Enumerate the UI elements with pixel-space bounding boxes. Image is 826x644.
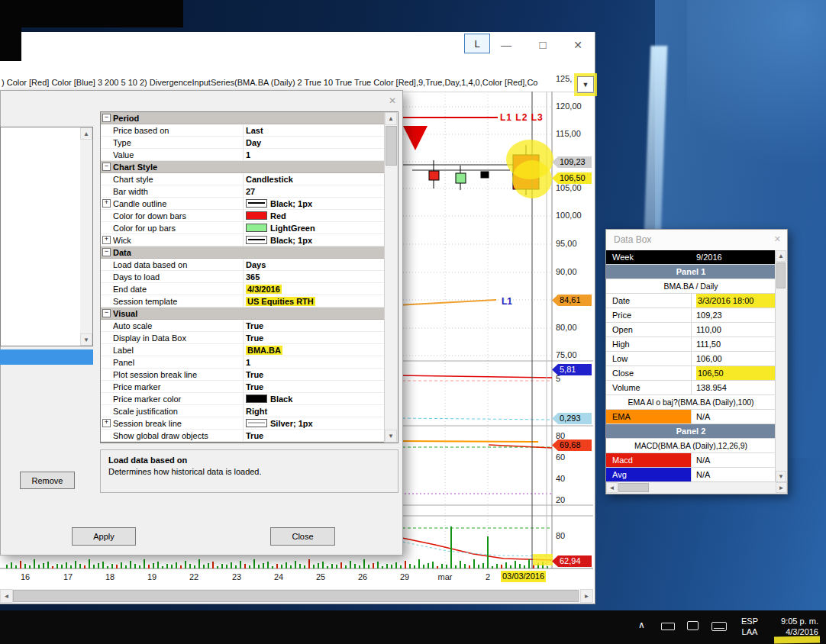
databox-row: EMAN/A — [606, 410, 776, 424]
red-flag-drawing[interactable] — [403, 126, 428, 150]
property-row[interactable]: Days to load365 — [101, 271, 386, 283]
property-category-row[interactable]: −Visual — [101, 308, 386, 320]
property-row[interactable]: Session templateUS Equities RTH — [101, 295, 386, 308]
property-name: Color for up bars — [113, 224, 243, 233]
databox-label: Date — [606, 294, 692, 308]
property-row[interactable]: TypeDay — [101, 137, 386, 149]
property-row[interactable]: Price markerTrue — [101, 381, 386, 393]
expand-icon[interactable]: + — [102, 419, 111, 427]
databox-vscroll-thumb[interactable] — [776, 262, 786, 288]
keyboard-icon[interactable] — [711, 622, 727, 631]
expand-icon[interactable]: + — [102, 236, 111, 244]
property-name: Session template — [113, 297, 243, 306]
clock[interactable]: 9:05 p. m. 4/3/2016 — [781, 616, 818, 637]
scroll-down-icon[interactable]: ▼ — [80, 333, 92, 346]
grid-scrollbar[interactable]: ▲ ▼ — [384, 112, 398, 443]
databox-label: Volume — [606, 381, 692, 394]
databox-titlebar[interactable]: Data Box ✕ — [606, 230, 787, 251]
property-row[interactable]: Scale justificationRight — [101, 405, 386, 417]
notification-bubble-icon[interactable] — [687, 621, 699, 630]
tray-chevron-up-icon[interactable]: ∧ — [638, 620, 645, 630]
property-row[interactable]: Price marker colorBlack — [101, 393, 386, 405]
listbox-scrollbar[interactable]: ▲ ▼ — [80, 127, 92, 346]
property-grid-rows: −PeriodPrice based onLastTypeDayValue1−C… — [101, 112, 386, 442]
databox-label: EMA — [606, 410, 692, 423]
property-name: Color for down bars — [113, 211, 243, 221]
property-row[interactable]: LabelBMA.BA — [101, 344, 386, 356]
property-row[interactable]: Plot session break lineTrue — [101, 369, 386, 381]
property-row[interactable]: Show global draw objectsTrue — [101, 430, 386, 442]
category-label: Chart Style — [113, 163, 157, 172]
collapse-icon[interactable]: − — [102, 309, 111, 317]
databox-row: Price109,23 — [606, 308, 776, 323]
property-category-row[interactable]: −Period — [101, 112, 386, 124]
property-row[interactable]: Value1 — [101, 149, 386, 161]
grid-scroll-thumb[interactable] — [386, 126, 397, 166]
property-category-row[interactable]: −Chart Style — [101, 161, 386, 173]
databox-row: Open110,00 — [606, 323, 776, 337]
scroll-left-icon[interactable]: ◄ — [606, 482, 618, 493]
property-value: Right — [246, 407, 267, 416]
databox-value-text: N/A — [696, 410, 776, 423]
chart-hscrollbar[interactable]: ◄ ► — [0, 589, 593, 603]
property-value-cell: Last — [243, 124, 386, 136]
property-row[interactable]: Load data based onDays — [101, 259, 386, 271]
price-markers: 109,23106,5084,615,810,29369,6862,94 — [552, 32, 595, 604]
dialog-close-icon[interactable]: ✕ — [389, 95, 396, 106]
property-row[interactable]: Color for up barsLightGreen — [101, 222, 386, 234]
databox-value-text: 106,00 — [696, 352, 776, 365]
l1-level-line — [397, 300, 496, 305]
scroll-right-icon[interactable]: ► — [776, 482, 787, 493]
expand-icon[interactable]: + — [102, 199, 111, 208]
property-category-row[interactable]: −Data — [101, 246, 386, 259]
property-row[interactable]: End date4/3/2016 — [101, 283, 386, 295]
databox-value: 3/3/2016 18:00 — [692, 294, 776, 308]
databox-hscroll-thumb[interactable] — [618, 483, 649, 492]
scroll-up-icon[interactable]: ▲ — [776, 250, 786, 262]
property-row[interactable]: Auto scaleTrue — [101, 320, 386, 332]
l1-label: L1 — [502, 296, 512, 307]
battery-icon[interactable] — [661, 623, 675, 630]
remove-button[interactable]: Remove — [20, 472, 75, 489]
dialog-close-button[interactable]: Close — [270, 527, 335, 546]
series-listbox[interactable]: ▲ ▼ — [0, 127, 93, 346]
databox-value-text: N/A — [696, 468, 776, 481]
databox-value-text: 106,50 — [696, 366, 776, 380]
property-row[interactable]: Price based onLast — [101, 124, 386, 137]
property-row[interactable]: +Candle outlineBlack; 1px — [101, 198, 386, 210]
property-row[interactable]: Display in Data BoxTrue — [101, 332, 386, 344]
databox-vscrollbar[interactable]: ▲ ▼ — [775, 250, 787, 482]
selected-series-item[interactable] — [0, 349, 93, 365]
scroll-down-icon[interactable]: ▼ — [776, 471, 786, 482]
scroll-up-icon[interactable]: ▲ — [80, 127, 92, 140]
databox-hscrollbar[interactable]: ◄ ► — [606, 481, 787, 494]
screen: L — □ ✕ ) Color [Red] Color [Blue] 3 200… — [0, 0, 826, 644]
collapse-icon[interactable]: − — [102, 248, 111, 256]
property-row[interactable]: +Session break lineSilver; 1px — [101, 417, 386, 430]
databox-close-icon[interactable]: ✕ — [774, 234, 781, 244]
collapse-icon[interactable]: − — [102, 114, 111, 122]
databox-row: Low106,00 — [606, 352, 776, 366]
scroll-right-icon[interactable]: ► — [580, 589, 593, 603]
time-axis-label: 23 — [232, 572, 241, 581]
property-value-cell: LightGreen — [243, 222, 386, 233]
hscroll-thumb[interactable] — [13, 590, 579, 602]
property-row[interactable]: +WickBlack; 1px — [101, 234, 386, 246]
databox-value: N/A — [692, 453, 776, 467]
panel3-indicator-lines — [397, 441, 552, 494]
property-row[interactable]: Chart styleCandlestick — [101, 173, 386, 185]
apply-button[interactable]: Apply — [72, 527, 136, 546]
scroll-down-icon[interactable]: ▼ — [385, 430, 397, 443]
property-row[interactable]: Bar width27 — [101, 185, 386, 198]
property-row[interactable]: Panel1 — [101, 356, 386, 369]
scroll-left-icon[interactable]: ◄ — [0, 589, 13, 603]
databox-value: N/A — [692, 410, 776, 423]
property-value-cell: Right — [243, 405, 386, 417]
property-value: Red — [270, 211, 286, 221]
language-indicator[interactable]: ESP LAA — [736, 616, 763, 637]
databox-row: MACD(BMA.BA (Daily),12,26,9) — [606, 439, 776, 453]
scroll-up-icon[interactable]: ▲ — [385, 112, 397, 125]
databox-value-text: 9/2016 — [696, 250, 776, 264]
property-row[interactable]: Color for down barsRed — [101, 210, 386, 222]
collapse-icon[interactable]: − — [102, 163, 111, 171]
